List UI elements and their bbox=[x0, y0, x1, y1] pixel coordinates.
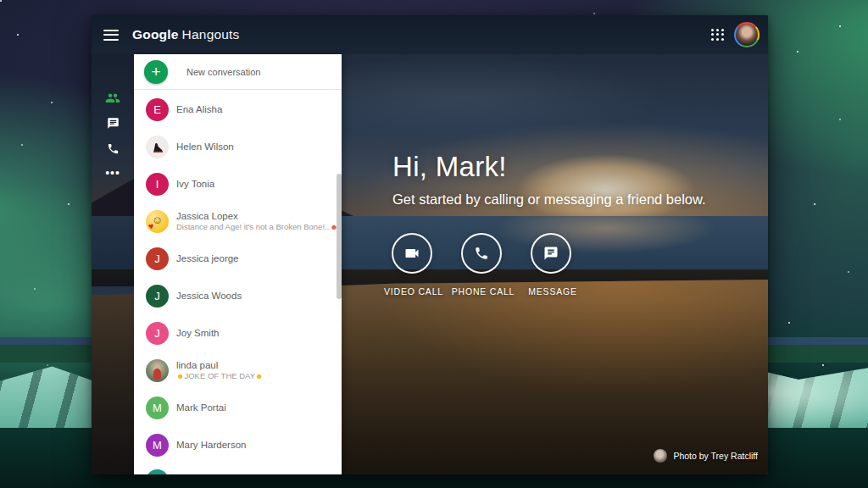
contact-row[interactable]: ☺ ♥ Jassica Lopex Distance and Age! it's… bbox=[134, 202, 342, 240]
greeting-subtitle: Get started by calling or messaging a fr… bbox=[392, 191, 706, 208]
message-icon bbox=[543, 246, 559, 261]
contact-avatar: E bbox=[146, 98, 169, 121]
contact-avatar: J bbox=[146, 247, 169, 270]
logo-google: Google bbox=[132, 27, 179, 42]
contact-avatar-emoji: ☺ ♥ bbox=[146, 210, 169, 233]
greeting-title: Hi, Mark! bbox=[392, 151, 507, 183]
phone-call-label: PHONE CALL bbox=[445, 286, 521, 297]
app-logo: GoogleHangouts bbox=[132, 27, 240, 42]
contact-row[interactable]: J Joy Smith bbox=[134, 314, 342, 352]
contact-name: Ivy Tonia bbox=[176, 179, 214, 190]
contact-avatar-partial bbox=[146, 469, 169, 474]
contact-name: Mary Harderson bbox=[176, 440, 246, 451]
desktop-wallpaper: GoogleHangouts bbox=[0, 0, 868, 488]
phone-call-button[interactable] bbox=[461, 233, 502, 274]
photo-credit-text: Photo by Trey Ratcliff bbox=[673, 451, 758, 461]
contact-avatar: M bbox=[146, 396, 169, 419]
message-action: MESSAGE bbox=[531, 233, 575, 297]
contact-name: Jassica Lopex bbox=[176, 211, 342, 222]
contact-avatar-photo bbox=[146, 359, 169, 382]
video-call-label: VIDEO CALL bbox=[376, 286, 452, 297]
more-ellipsis-icon: ••• bbox=[105, 167, 120, 179]
phone-icon bbox=[107, 142, 120, 155]
photo-attribution: Photo by Trey Ratcliff bbox=[654, 449, 758, 463]
contact-name: Mark Portai bbox=[176, 402, 226, 413]
contact-row[interactable]: E Ena Alisha bbox=[134, 91, 342, 128]
chat-icon bbox=[107, 117, 120, 130]
contact-status: ☻JOKE OF THE DAY☻ bbox=[176, 371, 264, 381]
contact-name: linda paul bbox=[176, 360, 264, 371]
contact-row[interactable]: J Jessica Woods bbox=[134, 277, 342, 314]
contact-row[interactable]: Helen Wilson bbox=[134, 128, 342, 165]
contact-row[interactable]: M Mary Harderson bbox=[134, 426, 342, 463]
video-call-action: VIDEO CALL bbox=[392, 233, 436, 297]
red-dress-detail bbox=[153, 369, 161, 380]
message-label: MESSAGE bbox=[515, 286, 591, 297]
account-avatar[interactable] bbox=[734, 22, 760, 47]
contacts-people-icon bbox=[105, 92, 120, 103]
contacts-panel: + New conversation E Ena Alisha Helen Wi… bbox=[134, 54, 342, 474]
contact-name: Ena Alisha bbox=[176, 104, 222, 115]
sidebar-item-calls[interactable] bbox=[92, 136, 134, 161]
new-conversation-button[interactable]: + New conversation bbox=[134, 54, 342, 90]
hangouts-window: GoogleHangouts bbox=[92, 15, 768, 474]
mini-sidebar: ••• bbox=[92, 54, 134, 474]
contact-avatar: J bbox=[146, 322, 169, 345]
logo-hangouts: Hangouts bbox=[182, 27, 240, 42]
photographer-avatar bbox=[654, 449, 667, 463]
contact-name: Jessica Woods bbox=[176, 291, 242, 302]
phone-call-action: PHONE CALL bbox=[461, 233, 505, 297]
top-app-bar: GoogleHangouts bbox=[92, 15, 768, 54]
sidebar-item-contacts[interactable] bbox=[92, 85, 134, 110]
message-button[interactable] bbox=[531, 233, 571, 274]
contact-name: Joy Smith bbox=[176, 328, 220, 339]
contact-avatar-shoe-photo bbox=[146, 136, 169, 158]
video-call-button[interactable] bbox=[392, 233, 432, 274]
stars-decoration bbox=[0, 0, 2, 2]
contact-name: Helen Wilson bbox=[176, 141, 234, 152]
contact-status: Distance and Age! it's not a Broken Bone… bbox=[176, 222, 342, 232]
phone-icon bbox=[474, 246, 489, 261]
contact-row[interactable]: linda paul ☻JOKE OF THE DAY☻ bbox=[134, 352, 342, 389]
new-conversation-label: New conversation bbox=[186, 67, 260, 77]
contact-avatar: J bbox=[146, 285, 169, 308]
contact-row[interactable]: M Mark Portai bbox=[134, 389, 342, 426]
smiley-emoji: ☻ bbox=[255, 372, 263, 380]
contact-name: Jessica jeorge bbox=[176, 253, 239, 264]
menu-icon[interactable] bbox=[103, 30, 119, 41]
sidebar-item-chats[interactable] bbox=[92, 110, 134, 136]
high-heel-shoe-icon bbox=[148, 138, 166, 156]
contacts-scrollbar[interactable] bbox=[337, 174, 342, 299]
contact-avatar: I bbox=[146, 173, 169, 196]
videocam-icon bbox=[403, 245, 420, 262]
contact-row[interactable]: I Ivy Tonia bbox=[134, 165, 342, 202]
contact-row[interactable]: J Jessica jeorge bbox=[134, 240, 342, 277]
sidebar-item-more[interactable]: ••• bbox=[92, 160, 134, 186]
contact-avatar: M bbox=[146, 434, 169, 457]
apps-grid-icon[interactable] bbox=[711, 29, 724, 42]
plus-icon: + bbox=[144, 60, 168, 84]
contacts-list: E Ena Alisha Helen Wilson I Ivy Tonia bbox=[134, 91, 342, 474]
avatar-photo bbox=[736, 24, 758, 46]
